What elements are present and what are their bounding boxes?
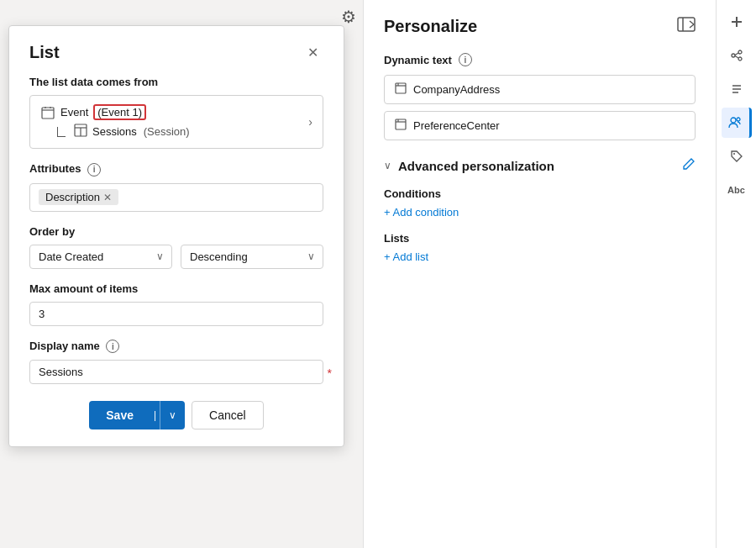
svg-point-29 <box>733 153 735 155</box>
attributes-label: Attributes i <box>29 162 323 177</box>
display-name-info-icon[interactable]: i <box>106 340 119 353</box>
svg-line-22 <box>735 53 738 55</box>
tag-sidebar-button[interactable] <box>722 141 752 171</box>
l-shape-icon <box>57 127 66 137</box>
plus-sidebar-button[interactable] <box>722 7 752 37</box>
advanced-header: ∨ Advanced personalization <box>384 157 696 174</box>
dialog-footer: Save | ∨ Cancel <box>29 401 323 429</box>
company-address-text: CompanyAddress <box>413 83 500 96</box>
description-tag: Description ✕ <box>39 189 118 205</box>
preference-center-text: PreferenceCenter <box>413 119 500 132</box>
svg-point-20 <box>738 50 742 54</box>
advanced-edit-icon[interactable] <box>682 157 696 174</box>
save-button-group: Save | ∨ <box>89 401 185 429</box>
display-name-input[interactable] <box>29 360 323 384</box>
personalize-header-icon[interactable] <box>677 17 696 36</box>
display-name-label: Display name i <box>29 340 323 354</box>
people-sidebar-button[interactable] <box>722 108 752 138</box>
svg-line-23 <box>735 56 738 59</box>
attributes-info-icon[interactable]: i <box>87 163 101 177</box>
company-address-icon <box>395 82 407 97</box>
tag-close-icon[interactable]: ✕ <box>103 192 112 203</box>
dialog-header: List ✕ <box>29 43 323 62</box>
branches-sidebar-button[interactable] <box>722 40 752 71</box>
personalize-header: Personalize <box>384 17 696 36</box>
tag-label: Description <box>45 191 100 203</box>
svg-rect-14 <box>396 119 406 129</box>
sessions-row: Sessions (Session) <box>54 124 190 140</box>
personalize-panel: Personalize Dynamic text i CompanyAddres… <box>363 0 716 548</box>
order-by-row: Date Created Name Date Modified ∨ Descen… <box>29 245 323 269</box>
event-row: Event (Event 1) <box>40 104 190 120</box>
max-items-input[interactable] <box>29 302 323 326</box>
conditions-section: Conditions + Add condition <box>384 187 696 219</box>
dynamic-text-item-0[interactable]: CompanyAddress <box>384 75 696 104</box>
calendar-icon <box>40 105 55 120</box>
event-highlight: (Event 1) <box>93 104 146 120</box>
table-icon <box>74 124 87 140</box>
display-name-wrapper: * <box>29 360 323 384</box>
orderby-dropdown-wrapper: Date Created Name Date Modified ∨ <box>29 245 172 269</box>
svg-point-19 <box>732 54 735 57</box>
required-star: * <box>328 366 332 380</box>
save-button[interactable]: Save <box>89 401 150 429</box>
personalize-title: Personalize <box>384 17 477 36</box>
attributes-field[interactable]: Description ✕ <box>29 183 323 212</box>
close-button[interactable]: ✕ <box>302 43 323 62</box>
datasource-box[interactable]: Event (Event 1) Sessions (Session) <box>29 95 323 149</box>
add-condition-link[interactable]: + Add condition <box>384 206 459 219</box>
list-dialog: List ✕ The list data comes from <box>8 25 344 447</box>
orderby-select[interactable]: Date Created Name Date Modified <box>29 245 172 269</box>
svg-point-28 <box>737 118 740 121</box>
dynamic-text-item-1[interactable]: PreferenceCenter <box>384 111 696 140</box>
advanced-section: ∨ Advanced personalization Conditions + … <box>384 157 696 263</box>
dynamic-text-label: Dynamic text i <box>384 53 696 66</box>
cancel-button[interactable]: Cancel <box>192 401 264 429</box>
gear-icon[interactable]: ⚙ <box>341 8 356 26</box>
svg-point-27 <box>731 118 736 123</box>
svg-line-9 <box>690 21 694 24</box>
list-sidebar-button[interactable] <box>722 74 752 104</box>
preference-center-icon <box>395 119 407 133</box>
chevron-right-icon: › <box>308 115 312 129</box>
conditions-label: Conditions <box>384 187 696 200</box>
canvas-area: ⚙ List ✕ The list data comes from <box>0 0 363 548</box>
svg-rect-0 <box>42 108 54 119</box>
svg-rect-11 <box>396 83 406 93</box>
sessions-name: Sessions <box>92 125 137 138</box>
advanced-title-row[interactable]: ∨ Advanced personalization <box>384 159 554 173</box>
svg-point-21 <box>738 57 742 61</box>
text-sidebar-button[interactable]: Abc <box>722 175 752 205</box>
sessions-highlight: (Session) <box>144 125 190 138</box>
lists-section: Lists + Add list <box>384 232 696 263</box>
lists-label: Lists <box>384 232 696 245</box>
dynamic-text-info-icon[interactable]: i <box>459 53 472 66</box>
event-name: Event <box>60 106 88 119</box>
save-dropdown-button[interactable]: ∨ <box>160 401 185 429</box>
advanced-chevron-icon: ∨ <box>384 160 391 171</box>
canvas-top-bar: ⚙ <box>341 7 356 27</box>
add-list-link[interactable]: + Add list <box>384 250 428 263</box>
orderby-label: Order by <box>29 225 323 238</box>
max-items-label: Max amount of items <box>29 282 323 295</box>
order-direction-select[interactable]: Descending Ascending <box>181 245 323 269</box>
datasource-label: The list data comes from <box>29 76 323 88</box>
svg-rect-7 <box>678 18 695 31</box>
sidebar-icons: Abc <box>716 0 756 548</box>
advanced-title: Advanced personalization <box>398 159 554 173</box>
datasource-content: Event (Event 1) Sessions (Session) <box>40 104 190 140</box>
order-direction-wrapper: Descending Ascending ∨ <box>181 245 323 269</box>
svg-line-10 <box>690 24 694 28</box>
dialog-title: List <box>29 43 60 62</box>
